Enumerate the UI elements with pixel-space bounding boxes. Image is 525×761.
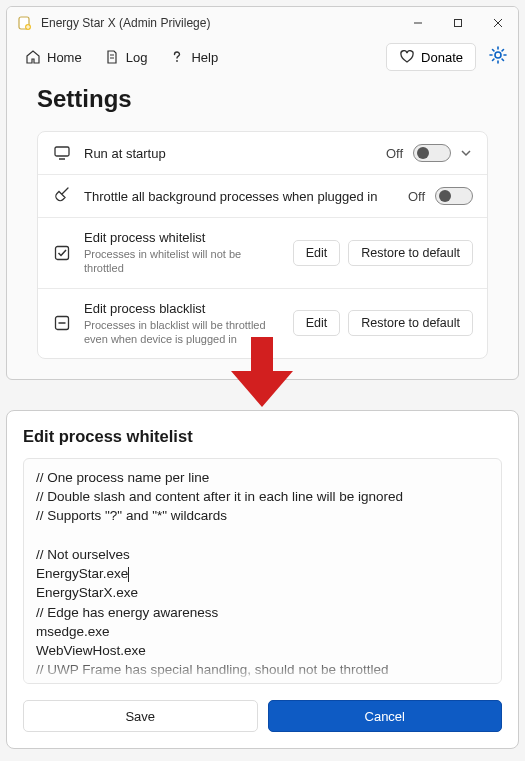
log-button[interactable]: Log xyxy=(96,45,156,69)
close-button[interactable] xyxy=(478,7,518,39)
throttle-state: Off xyxy=(408,189,425,204)
whitelist-dialog: Edit process whitelist // One process na… xyxy=(6,410,519,749)
home-label: Home xyxy=(47,50,82,65)
maximize-button[interactable] xyxy=(438,7,478,39)
home-button[interactable]: Home xyxy=(17,45,90,69)
blacklist-edit-button[interactable]: Edit xyxy=(293,310,341,336)
window-controls xyxy=(398,7,518,39)
editor-line: WebViewHost.exe xyxy=(36,643,146,658)
settings-list: Run at startup Off Throttle all backgrou… xyxy=(37,131,488,359)
editor-line: // Supports "?" and "*" wildcards xyxy=(36,508,227,523)
editor-line: // Edge has energy awareness xyxy=(36,605,218,620)
startup-toggle[interactable] xyxy=(413,144,451,162)
chevron-down-icon xyxy=(459,146,473,160)
editor-line: // UWP Frame has special handling, shoul… xyxy=(36,662,388,677)
row-throttle-bg: Throttle all background processes when p… xyxy=(38,175,487,218)
editor-line: // Double slash and content after it in … xyxy=(36,489,403,504)
help-label: Help xyxy=(191,50,218,65)
row-title: Throttle all background processes when p… xyxy=(84,189,396,204)
window-title: Energy Star X (Admin Privilege) xyxy=(41,16,398,30)
settings-content: Settings Run at startup Off xyxy=(7,75,518,379)
startup-state: Off xyxy=(386,146,403,161)
plug-icon xyxy=(52,187,72,205)
row-subtitle: Processes in whitelist will not be throt… xyxy=(84,247,281,276)
monitor-icon xyxy=(52,144,72,162)
log-label: Log xyxy=(126,50,148,65)
save-button[interactable]: Save xyxy=(23,700,258,732)
row-title: Edit process blacklist xyxy=(84,301,281,316)
row-title: Edit process whitelist xyxy=(84,230,281,245)
app-icon xyxy=(17,15,33,31)
gear-icon xyxy=(488,45,508,65)
toolbar: Home Log Help Donate xyxy=(7,39,518,75)
blacklist-restore-button[interactable]: Restore to default xyxy=(348,310,473,336)
minimize-button[interactable] xyxy=(398,7,438,39)
throttle-toggle[interactable] xyxy=(435,187,473,205)
editor-line: // Not ourselves xyxy=(36,547,130,562)
settings-button[interactable] xyxy=(488,45,508,69)
log-icon xyxy=(104,49,120,65)
title-bar: Energy Star X (Admin Privilege) xyxy=(7,7,518,39)
whitelist-editor[interactable]: // One process name per line // Double s… xyxy=(23,458,502,684)
svg-point-9 xyxy=(495,52,501,58)
page-title: Settings xyxy=(37,85,488,113)
svg-rect-3 xyxy=(455,20,462,27)
minus-box-icon xyxy=(52,314,72,332)
svg-point-8 xyxy=(176,60,178,62)
red-arrow-icon xyxy=(227,337,297,407)
whitelist-restore-button[interactable]: Restore to default xyxy=(348,240,473,266)
row-run-at-startup[interactable]: Run at startup Off xyxy=(38,132,487,175)
editor-line: msedge.exe xyxy=(36,624,110,639)
dialog-buttons: Save Cancel xyxy=(23,700,502,732)
whitelist-edit-button[interactable]: Edit xyxy=(293,240,341,266)
text-caret xyxy=(128,567,129,582)
donate-button[interactable]: Donate xyxy=(386,43,476,71)
heart-icon xyxy=(399,49,415,65)
editor-line: EnergyStar.exe xyxy=(36,566,128,581)
home-icon xyxy=(25,49,41,65)
editor-line: EnergyStarX.exe xyxy=(36,585,138,600)
donate-label: Donate xyxy=(421,50,463,65)
cancel-button[interactable]: Cancel xyxy=(268,700,503,732)
svg-rect-12 xyxy=(56,246,69,259)
row-title: Run at startup xyxy=(84,146,374,161)
svg-rect-10 xyxy=(55,147,69,156)
row-whitelist: Edit process whitelist Processes in whit… xyxy=(38,218,487,289)
help-icon xyxy=(169,49,185,65)
dialog-title: Edit process whitelist xyxy=(23,427,502,446)
editor-line: ApplicationFrameHost.exe xyxy=(36,681,194,684)
checkbox-checked-icon xyxy=(52,244,72,262)
settings-window: Energy Star X (Admin Privilege) Home Log… xyxy=(6,6,519,380)
help-button[interactable]: Help xyxy=(161,45,226,69)
editor-line: // One process name per line xyxy=(36,470,209,485)
